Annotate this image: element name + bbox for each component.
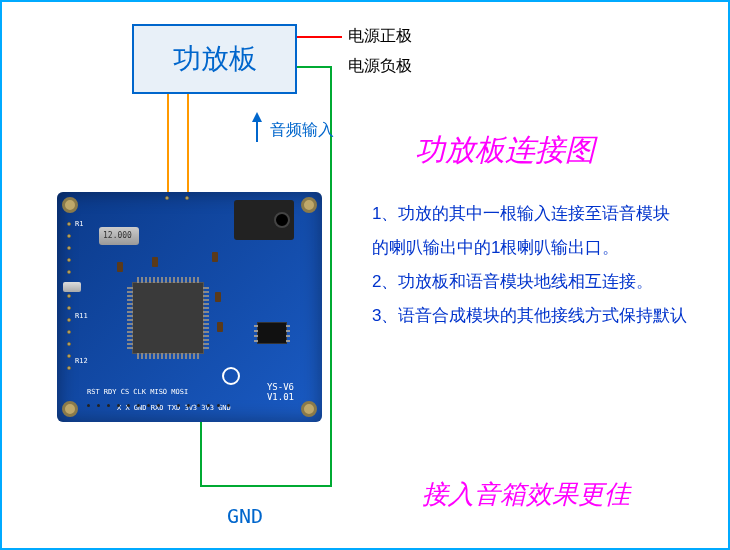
chip-pins-right [203, 287, 209, 351]
wire-power-neg-v2 [200, 422, 202, 487]
crystal-marking: 12.000 [103, 231, 132, 240]
chip-pins-left [127, 287, 133, 351]
power-neg-label: 电源负极 [348, 56, 412, 77]
chip-pins-top [137, 277, 201, 283]
smd-component [215, 292, 221, 302]
mounting-hole [62, 401, 78, 417]
audio-in-label: 音频输入 [270, 120, 334, 141]
voice-module-pcb: 12.000 R1 R11 R12 R [57, 192, 322, 422]
notes-block: 1、功放的其中一根输入连接至语音模块 的喇叭输出中的1根喇叭输出口。 2、功放板… [372, 197, 712, 333]
diagram-title: 功放板连接图 [415, 130, 595, 171]
mounting-hole [301, 401, 317, 417]
wire-power-positive [297, 36, 342, 38]
note-line: 3、语音合成模块的其他接线方式保持默认 [372, 299, 712, 333]
arrow-up-icon [252, 112, 262, 122]
mounting-hole [62, 197, 78, 213]
gnd-label: GND [227, 504, 263, 528]
wire-audio-a [167, 94, 169, 196]
amplifier-box: 功放板 [132, 24, 297, 94]
small-ic [257, 322, 287, 344]
wire-audio-b [187, 94, 189, 196]
round-pad [222, 367, 240, 385]
mcu-chip [132, 282, 204, 354]
footer-text: 接入音箱效果更佳 [422, 477, 630, 512]
amplifier-box-label: 功放板 [173, 40, 257, 78]
mounting-hole [301, 197, 317, 213]
speaker-pin [185, 196, 189, 200]
audio-jack [234, 200, 294, 240]
wire-power-neg-h1 [297, 66, 332, 68]
smd-component [212, 252, 218, 262]
note-line: 1、功放的其中一根输入连接至语音模块 [372, 197, 712, 231]
tact-switch [63, 282, 81, 292]
smd-component [117, 262, 123, 272]
board-id: YS-V6 [267, 382, 294, 392]
smd-component [217, 322, 223, 332]
jack-hole [274, 212, 290, 228]
arrow-stem [256, 122, 258, 142]
wire-power-neg-h2 [200, 485, 332, 487]
crystal-oscillator: 12.000 [99, 227, 139, 245]
smd-component [152, 257, 158, 267]
board-ver: V1.01 [267, 392, 294, 402]
ic-pins [286, 325, 290, 343]
power-pos-label: 电源正极 [348, 26, 412, 47]
note-line: 的喇叭输出中的1根喇叭输出口。 [372, 231, 712, 265]
chip-pins-bottom [137, 353, 201, 359]
silk-bottom: X X GND RXD TXD 3V3 3V3 GND [117, 404, 231, 412]
ic-pins [254, 325, 258, 343]
speaker-pin [165, 196, 169, 200]
silk-bottom-left: RST RDY CS CLK MISO MOSI [87, 388, 188, 396]
note-line: 2、功放板和语音模块地线相互连接。 [372, 265, 712, 299]
